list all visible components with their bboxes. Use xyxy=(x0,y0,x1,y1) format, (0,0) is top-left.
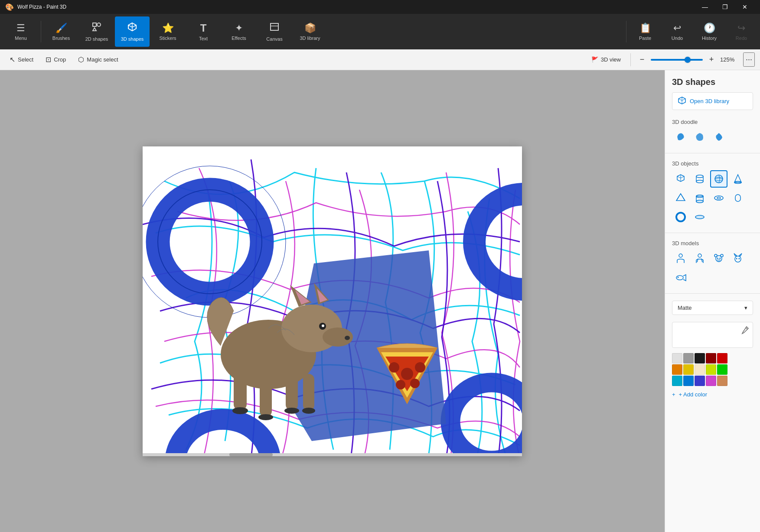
more-options-button[interactable]: ··· xyxy=(743,52,755,67)
cylinder2-shape-btn[interactable] xyxy=(691,189,708,207)
open-3d-library-icon xyxy=(678,96,686,106)
svg-point-49 xyxy=(696,200,703,203)
undo-button[interactable]: ↩ Undo xyxy=(662,16,692,47)
select-button[interactable]: ↖ Select xyxy=(5,54,38,65)
doodle-shape-3[interactable] xyxy=(710,129,727,146)
3d-shapes-button[interactable]: 3D shapes xyxy=(115,16,150,47)
color-picker-area[interactable] xyxy=(672,322,753,348)
material-dropdown[interactable]: Matte ▾ xyxy=(672,301,753,315)
doodle-shape-2[interactable] xyxy=(691,129,708,146)
sphere-shape-btn[interactable] xyxy=(710,170,727,188)
brushes-button[interactable]: 🖌️ Brushes xyxy=(44,16,78,47)
swatch-lightgrey[interactable] xyxy=(672,353,682,363)
open-3d-library-label: Open 3D library xyxy=(690,98,729,104)
swatch-darkred[interactable] xyxy=(706,353,716,363)
swatch-grey[interactable] xyxy=(683,353,694,363)
add-color-button[interactable]: + + Add color xyxy=(665,388,760,403)
doodle-shape-1[interactable] xyxy=(672,129,689,146)
text-button[interactable]: T Text xyxy=(186,16,221,47)
menu-button[interactable]: ☰ Menu xyxy=(3,16,38,47)
person1-model-btn[interactable] xyxy=(672,250,689,267)
zoom-slider[interactable] xyxy=(651,59,703,61)
svg-point-34 xyxy=(389,362,399,373)
swatch-yellow[interactable] xyxy=(683,364,694,375)
stickers-button[interactable]: ⭐ Stickers xyxy=(150,16,185,47)
svg-point-44 xyxy=(715,175,723,183)
swatch-purple[interactable] xyxy=(706,376,716,386)
canvas-area[interactable] xyxy=(0,70,665,532)
svg-rect-3 xyxy=(271,23,278,30)
history-button[interactable]: 🕐 History xyxy=(694,16,724,47)
svg-marker-64 xyxy=(734,253,737,256)
magic-select-button[interactable]: ⬡ Magic select xyxy=(74,54,122,65)
zoom-in-button[interactable]: + xyxy=(705,54,718,66)
effects-button[interactable]: ✦ Effects xyxy=(222,16,256,47)
3d-library-label: 3D library xyxy=(300,36,320,41)
cylinder-shape-btn[interactable] xyxy=(691,170,708,188)
ring-shape-btn[interactable] xyxy=(672,208,689,226)
2d-shapes-button[interactable]: 2D shapes xyxy=(79,16,114,47)
svg-rect-38 xyxy=(143,453,522,456)
swatch-brown[interactable] xyxy=(717,376,727,386)
swatch-cream[interactable] xyxy=(695,364,705,375)
swatch-indigo[interactable] xyxy=(695,376,705,386)
cone-shape-btn[interactable] xyxy=(729,170,747,188)
svg-point-40 xyxy=(696,175,703,178)
svg-point-69 xyxy=(678,277,679,278)
svg-point-61 xyxy=(720,258,721,259)
crop-button[interactable]: ⊡ Crop xyxy=(41,54,70,65)
bear-model-btn[interactable] xyxy=(710,250,727,267)
3d-view-button[interactable]: 🚩 3D view xyxy=(587,55,625,65)
stickers-icon: ⭐ xyxy=(162,23,174,34)
svg-point-20 xyxy=(322,324,324,327)
maximize-button[interactable]: ❐ xyxy=(715,0,735,14)
canvas-button[interactable]: Canvas xyxy=(257,16,292,47)
paste-button[interactable]: 📋 Paste xyxy=(630,16,660,47)
swatch-green[interactable] xyxy=(717,364,727,375)
svg-point-37 xyxy=(410,379,420,388)
eyedropper-button[interactable] xyxy=(740,326,749,337)
3d-library-button[interactable]: 📦 3D library xyxy=(293,16,327,47)
swatch-red[interactable] xyxy=(717,353,727,363)
close-button[interactable]: ✕ xyxy=(735,0,755,14)
toolbar-separator-1 xyxy=(41,21,41,42)
swatch-black[interactable] xyxy=(695,353,705,363)
pyramid-shape-btn[interactable] xyxy=(672,189,689,207)
svg-point-21 xyxy=(345,336,350,340)
sub-toolbar-right: 🚩 3D view − + 125% ··· xyxy=(587,52,755,67)
person2-model-btn[interactable] xyxy=(691,250,708,267)
redo-button[interactable]: ↪ Redo xyxy=(726,16,757,47)
swatch-blue[interactable] xyxy=(683,376,694,386)
select-label: Select xyxy=(18,56,33,63)
open-3d-library-button[interactable]: Open 3D library xyxy=(672,92,753,110)
swatch-cyan[interactable] xyxy=(672,376,682,386)
canvas-label: Canvas xyxy=(266,36,282,42)
zoom-out-button[interactable]: − xyxy=(636,54,648,66)
disc-shape-btn[interactable] xyxy=(691,208,708,226)
crop-icon: ⊡ xyxy=(46,55,51,64)
2d-shapes-icon xyxy=(91,22,102,35)
fish-model-btn[interactable] xyxy=(672,269,689,286)
cube-shape-btn[interactable] xyxy=(672,170,689,188)
effects-label: Effects xyxy=(232,36,246,41)
cat-model-btn[interactable] xyxy=(729,250,747,267)
svg-rect-24 xyxy=(286,372,298,411)
minimize-button[interactable]: — xyxy=(695,0,715,14)
sub-toolbar: ↖ Select ⊡ Crop ⬡ Magic select 🚩 3D view… xyxy=(0,49,760,70)
torus-shape-btn[interactable] xyxy=(710,189,727,207)
svg-point-59 xyxy=(721,254,723,257)
svg-point-54 xyxy=(695,215,704,219)
crop-label: Crop xyxy=(54,56,66,63)
swatch-orange[interactable] xyxy=(672,364,682,375)
window-title: Wolf Pizza - Paint 3D xyxy=(17,4,66,10)
svg-marker-2 xyxy=(93,28,96,31)
capsule-shape-btn[interactable] xyxy=(729,189,747,207)
zoom-percent: 125% xyxy=(720,56,740,63)
swatch-yellow-green[interactable] xyxy=(706,364,716,375)
svg-rect-39 xyxy=(229,453,273,456)
svg-rect-0 xyxy=(93,23,96,26)
redo-icon: ↪ xyxy=(737,23,745,34)
svg-point-29 xyxy=(302,408,315,414)
canvas-wrapper[interactable] xyxy=(143,146,522,456)
svg-point-56 xyxy=(698,254,701,257)
